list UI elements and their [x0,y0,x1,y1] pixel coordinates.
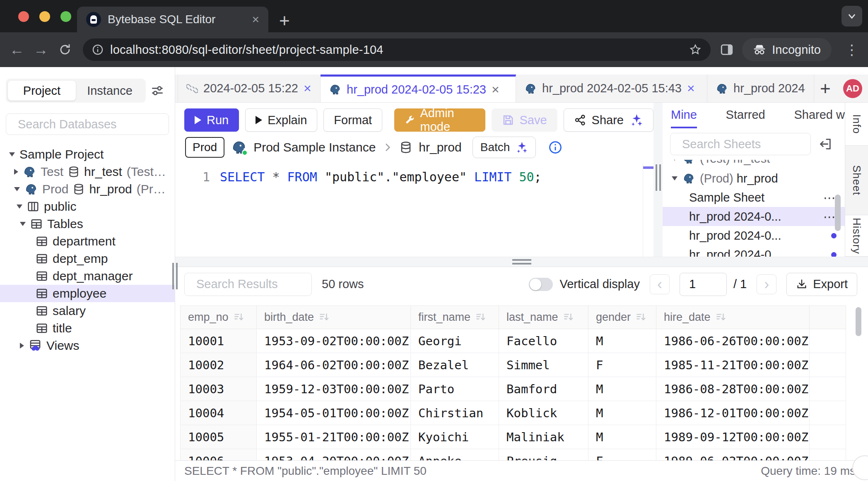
sheet-tab-3[interactable]: hr_prod 2024-02-05 15:43 × [516,75,707,102]
run-button[interactable]: Run [184,108,239,132]
close-window-button[interactable] [18,11,29,22]
export-button[interactable]: Export [786,273,857,296]
tree-node-table-employee-selected[interactable]: employee [0,285,175,302]
tree-node-table-title[interactable]: title [0,320,175,337]
page-input[interactable] [680,273,727,296]
sidebar-resize-handle[interactable] [172,263,178,289]
admin-mode-button[interactable]: Admin mode [394,108,485,132]
ai-sparkle-icon[interactable] [629,113,643,127]
rail-tab-history[interactable]: History [845,215,868,257]
tree-node-schema-public[interactable]: public [0,198,175,215]
rail-tab-info[interactable]: Info [845,103,868,146]
results-search[interactable] [184,273,312,296]
environment-chip[interactable]: Prod [185,137,224,158]
minimize-window-button[interactable] [39,11,50,22]
sort-icon[interactable] [475,312,486,322]
user-avatar[interactable]: AD [843,79,862,98]
sort-icon[interactable] [716,312,726,322]
browser-menu-button[interactable]: ⋮ [845,41,859,58]
tree-node-project[interactable]: Sample Project [0,146,175,163]
column-header-last-name[interactable]: last_name [499,306,588,329]
close-tab-icon[interactable]: × [492,82,499,97]
sort-icon[interactable] [563,312,574,322]
editor-minimap[interactable] [643,163,653,257]
sheet-tab-2-active[interactable]: hr_prod 2024-02-05 15:23 × [321,75,516,102]
sheet-tab-1[interactable]: 2024-02-05 15:22 × [178,75,321,102]
tree-node-table-salary[interactable]: salary [0,302,175,320]
sheet-list-scrollbar[interactable] [835,195,841,231]
sheet-group-prod-hr-prod[interactable]: (Prod) hr_prod [663,169,845,188]
database-search[interactable] [6,113,169,135]
database-name[interactable]: hr_prod [419,140,461,154]
column-header-gender[interactable]: gender [588,306,656,329]
caret-down-icon[interactable] [17,204,22,209]
tab-starred[interactable]: Starred [726,103,765,128]
instance-name[interactable]: Prod Sample Instance [253,140,376,154]
reload-button[interactable] [53,43,77,56]
next-page-button[interactable]: › [757,274,776,294]
save-button[interactable]: Save [492,108,557,132]
new-sheet-tab-button[interactable]: + [820,79,831,98]
site-info-icon[interactable] [92,44,104,55]
sheet-search[interactable] [670,133,811,155]
results-splitter-handle[interactable] [175,257,868,267]
column-header-hire-date[interactable]: hire_date [656,306,810,329]
column-header-birth-date[interactable]: birth_date [257,306,411,329]
zoom-window-button[interactable] [60,11,71,22]
close-tab-icon[interactable]: × [687,81,695,96]
connection-info-icon[interactable] [548,140,562,154]
tree-node-tables[interactable]: Tables [0,215,175,233]
browser-tab[interactable]: Bytebase SQL Editor × [77,7,268,32]
import-sheet-icon[interactable] [818,137,832,151]
caret-down-icon[interactable] [14,187,20,191]
column-header-first-name[interactable]: first_name [411,306,499,329]
new-tab-button[interactable]: + [279,12,290,30]
sort-icon[interactable] [234,312,244,322]
tab-instance[interactable]: Instance [76,81,144,101]
prev-page-button[interactable]: ‹ [650,274,670,294]
format-button[interactable]: Format [323,108,382,132]
panel-resize-handle[interactable] [656,164,661,191]
rail-tab-sheet-active[interactable]: Sheet [845,146,868,215]
tree-node-table-department[interactable]: department [0,233,175,250]
tab-shared-with-me[interactable]: Shared w [794,103,845,128]
search-sheets-input[interactable] [682,137,838,151]
caret-right-icon[interactable] [20,343,24,349]
tree-node-table-dept-emp[interactable]: dept_emp [0,250,175,267]
tree-node-hr-test[interactable]: Test hr_test (Test… [0,163,175,180]
tab-mine[interactable]: Mine [671,103,697,128]
side-panel-icon[interactable] [720,43,734,57]
tab-project[interactable]: Project [8,81,76,101]
clipped-sheet-item[interactable]: hr_prod 2024-0... [663,245,845,257]
sheet-tab-4[interactable]: hr_prod 2024-0 [707,75,814,102]
tree-node-table-dept-manager[interactable]: dept_manager [0,267,175,285]
tree-node-hr-prod[interactable]: Prod hr_prod (Pr… [0,180,175,198]
sort-icon[interactable] [319,312,330,322]
address-bar[interactable]: localhost:8080/sql-editor/sheet/project-… [83,38,711,61]
caret-down-icon[interactable] [20,222,26,226]
column-header-emp-no[interactable]: emp_no [181,306,257,329]
caret-right-icon[interactable] [14,169,18,175]
sql-editor[interactable]: 1 SELECT * FROM "public"."employee" LIMI… [175,163,653,257]
results-scrollbar[interactable] [856,307,861,336]
sheet-item-sample-sheet[interactable]: Sample Sheet ⋯ [663,188,845,207]
explain-button[interactable]: Explain [245,108,317,132]
clipped-sheet-group[interactable]: (Test) hr_test [663,160,845,169]
caret-down-icon[interactable] [9,152,15,156]
incognito-badge[interactable]: Incognito [742,38,832,61]
back-button[interactable]: ← [5,41,29,58]
filter-settings-icon[interactable] [146,84,169,98]
share-button[interactable]: Share [564,108,653,132]
sort-icon[interactable] [636,312,646,322]
forward-button[interactable]: → [29,41,53,58]
tree-node-views[interactable]: Views [0,337,175,354]
tab-search-button[interactable] [841,6,862,26]
close-tab-icon[interactable]: × [252,12,259,26]
bookmark-star-icon[interactable] [689,43,702,56]
close-tab-icon[interactable]: × [304,81,311,96]
search-databases-input[interactable] [18,118,174,131]
vertical-display-toggle[interactable] [529,278,553,291]
caret-down-icon[interactable] [672,176,678,180]
sheet-item-unsaved[interactable]: hr_prod 2024-0... [663,226,845,245]
batch-button[interactable]: Batch [473,137,536,158]
